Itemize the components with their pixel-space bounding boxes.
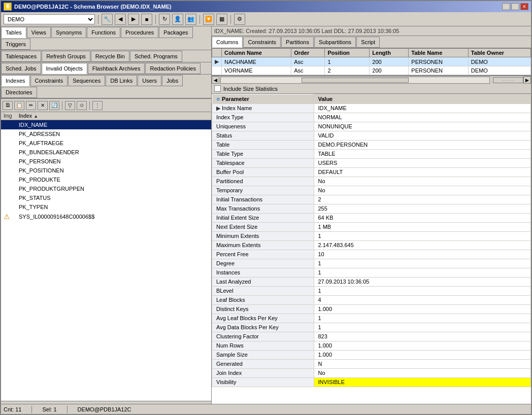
scroll-indicator: · · · · · xyxy=(493,77,523,84)
detail-tab-subpartitions[interactable]: Subpartitions xyxy=(314,37,356,48)
toolbar-btn-grid[interactable]: ▦ xyxy=(216,14,227,25)
props-value-18: 1 xyxy=(314,268,531,277)
col-header-position[interactable]: Position xyxy=(325,49,370,57)
props-param-16: Percent Free xyxy=(212,250,314,259)
status-cnt: Cnt: 11 xyxy=(4,406,21,412)
detail-tab-script[interactable]: Script xyxy=(356,37,380,48)
idx-btn-more[interactable]: ⋮ xyxy=(92,101,103,110)
hscroll-thumb[interactable] xyxy=(302,78,409,83)
index-item-6[interactable]: PK_PRODUKTE xyxy=(1,175,211,184)
props-param-29: Join Index xyxy=(212,368,314,377)
col-header-length[interactable]: Length xyxy=(370,49,409,57)
toolbar-btn-filter[interactable]: 🔽 xyxy=(203,14,214,25)
idx-btn2[interactable]: 📋 xyxy=(14,101,24,110)
tab-sched-jobs[interactable]: Sched. Jobs xyxy=(1,63,41,74)
tab-constraints[interactable]: Constraints xyxy=(30,75,68,86)
idx-btn5[interactable]: 🔄 xyxy=(49,101,59,110)
toolbar-sep3 xyxy=(200,15,200,24)
props-row-7: Buffer PoolDEFAULT xyxy=(212,167,531,177)
index-item-9[interactable]: PK_TYPEN xyxy=(1,202,211,212)
table-row[interactable]: ▶ NACHNAME Asc 1 200 PERSONEN DEMO xyxy=(212,57,531,66)
col-pos-0: 1 xyxy=(325,57,370,66)
detail-tab-partitions[interactable]: Partitions xyxy=(281,37,314,48)
index-item-3[interactable]: PK_BUNDESLAENDER xyxy=(1,148,211,157)
tab-functions[interactable]: Functions xyxy=(87,27,120,38)
props-param-8: Partitioned xyxy=(212,177,314,186)
idx-btn-star[interactable]: ✩ xyxy=(77,101,87,110)
index-item-0[interactable]: IDX_NAME xyxy=(1,120,211,129)
index-item-1[interactable]: PK_ADRESSEN xyxy=(1,129,211,139)
hscroll-right[interactable]: ▶ xyxy=(523,76,531,84)
index-item-name-7: PK_PRODUKTGRUPPEN xyxy=(19,186,84,192)
col-header-tablename[interactable]: Table Name xyxy=(409,49,469,57)
props-row-18: Instances1 xyxy=(212,268,531,277)
toolbar-btn-stop[interactable]: ■ xyxy=(141,14,152,25)
props-row-16: Percent Free10 xyxy=(212,250,531,259)
tab-indexes[interactable]: Indexes xyxy=(1,75,30,86)
tab-packages[interactable]: Packages xyxy=(159,27,192,38)
toolbar-btn-users[interactable]: 👤 xyxy=(172,14,183,25)
props-row-30: VisibilityINVISIBLE xyxy=(212,377,531,387)
index-item-2[interactable]: PK_AUFTRAEGE xyxy=(1,139,211,148)
properties-table: ≡ Parameter Value ▶Index NameIDX_NAMEInd… xyxy=(212,94,531,387)
toolbar-btn-back[interactable]: ◀ xyxy=(115,14,126,25)
schema-select[interactable]: DEMO xyxy=(4,14,95,24)
detail-tab-columns[interactable]: Columns xyxy=(212,37,243,48)
index-item-10[interactable]: ⚠ SYS_IL0000091648C00006$$ xyxy=(1,212,211,222)
columns-scrollbar[interactable]: ◀ · · · · · ▶ xyxy=(212,76,531,84)
props-row-21: Leaf Blocks4 xyxy=(212,295,531,304)
idx-btn-filter[interactable]: ▽ xyxy=(65,101,75,110)
right-panel: IDX_NAME: Created: 27.09.2013 10:36:05 L… xyxy=(212,26,531,404)
props-value-25: 823 xyxy=(314,332,531,341)
hscroll-left[interactable]: ◀ xyxy=(212,76,219,84)
tab-db-links[interactable]: DB Links xyxy=(106,75,137,86)
tab-redaction-policies[interactable]: Redaction Policies xyxy=(145,63,201,74)
minimize-button[interactable]: ─ xyxy=(502,3,510,10)
tab-directories[interactable]: Directories xyxy=(1,87,37,98)
row-marker-1 xyxy=(212,66,222,75)
index-item-5[interactable]: PK_POSITIONEN xyxy=(1,166,211,175)
idx-btn4[interactable]: ✕ xyxy=(38,101,48,110)
tab-synonyms[interactable]: Synonyms xyxy=(51,27,86,38)
tab-flashback-archives[interactable]: Flashback Archives xyxy=(88,63,145,74)
index-item-7[interactable]: PK_PRODUKTGRUPPEN xyxy=(1,184,211,193)
tab-users[interactable]: Users xyxy=(138,75,161,86)
tab-triggers[interactable]: Triggers xyxy=(1,39,30,50)
index-list[interactable]: IDX_NAME PK_ADRESSEN PK_AUFTRAEGE PK_BUN… xyxy=(1,120,211,401)
properties-container[interactable]: ≡ Parameter Value ▶Index NameIDX_NAMEInd… xyxy=(212,94,531,404)
tab-refresh-groups[interactable]: Refresh Groups xyxy=(42,51,90,62)
hscroll-track[interactable] xyxy=(220,77,490,84)
col-header-tableowner[interactable]: Table Owner xyxy=(468,49,530,57)
index-col-name-header[interactable]: Index ▲ xyxy=(19,113,38,119)
close-button[interactable]: ✕ xyxy=(520,3,528,10)
table-row[interactable]: VORNAME Asc 2 200 PERSONEN DEMO xyxy=(212,66,531,75)
tab-sequences[interactable]: Sequences xyxy=(68,75,105,86)
restore-button[interactable]: □ xyxy=(511,3,519,10)
toolbar-btn-settings[interactable]: ⚙ xyxy=(234,14,245,25)
detail-tab-constraints[interactable]: Constraints xyxy=(243,37,281,48)
tab-procedures[interactable]: Procedures xyxy=(121,27,158,38)
idx-btn1[interactable]: 🖺 xyxy=(3,101,13,110)
toolbar-btn-fwd[interactable]: ▶ xyxy=(128,14,139,25)
tab-recycle-bin[interactable]: Recycle Bin xyxy=(91,51,129,62)
index-header: Img Index ▲ xyxy=(1,112,211,120)
props-value-1: NORMAL xyxy=(314,113,531,122)
tab-invalid-objects[interactable]: Invalid Objects xyxy=(42,63,87,74)
tab-tablespaces[interactable]: Tablespaces xyxy=(1,51,41,62)
tab-views[interactable]: Views xyxy=(27,27,51,38)
include-stats-checkbox[interactable] xyxy=(214,85,221,92)
col-header-name[interactable]: Column Name xyxy=(222,49,291,57)
toolbar-btn-nav1[interactable]: 🔧 xyxy=(102,14,113,25)
tab-tables[interactable]: Tables xyxy=(1,27,26,38)
toolbar-btn-refresh[interactable]: ↻ xyxy=(159,14,170,25)
toolbar-btn-users2[interactable]: 👥 xyxy=(185,14,196,25)
index-item-4[interactable]: PK_PERSONEN xyxy=(1,157,211,166)
props-value-16: 10 xyxy=(314,250,531,259)
index-item-8[interactable]: PK_STATUS xyxy=(1,193,211,202)
col-len-1: 200 xyxy=(370,66,409,75)
col-header-order[interactable]: Order xyxy=(291,49,325,57)
tab-jobs[interactable]: Jobs xyxy=(162,75,183,86)
tab-sched-programs[interactable]: Sched. Programs xyxy=(130,51,182,62)
idx-btn3[interactable]: ✏ xyxy=(26,101,36,110)
col-header-marker xyxy=(212,49,222,57)
